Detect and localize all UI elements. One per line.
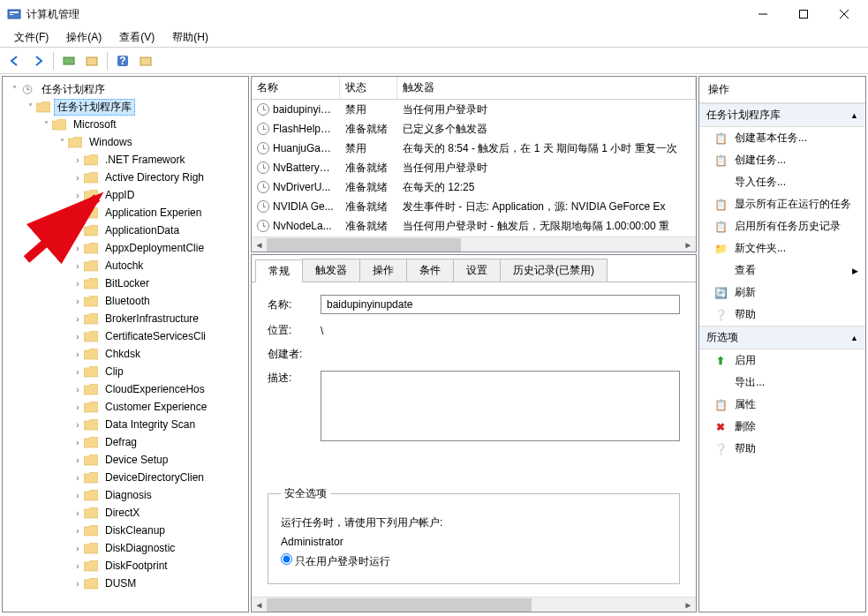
tab-general[interactable]: 常规 <box>255 259 303 282</box>
tab-settings[interactable]: 设置 <box>453 259 501 282</box>
creator-label: 创建者: <box>268 347 312 362</box>
task-row[interactable]: NvDriverU...准备就绪在每天的 12:25 <box>252 177 696 197</box>
tree-item[interactable]: ›Autochk <box>4 257 246 274</box>
task-row[interactable]: FlashHelpe...准备就绪已定义多个触发器 <box>252 119 696 139</box>
column-trigger[interactable]: 触发器 <box>397 77 696 99</box>
close-button[interactable] <box>824 1 864 27</box>
horizontal-scrollbar[interactable]: ◄ ► <box>252 237 696 252</box>
tree-item[interactable]: ›DiskCleanup <box>4 522 246 539</box>
tree-item[interactable]: ›CertificateServicesCli <box>4 327 246 345</box>
action-item[interactable]: 📋创建任务... <box>699 149 865 171</box>
action-icon: 📋 <box>713 398 728 412</box>
task-row[interactable]: NVIDIA Ge...准备就绪发生事件时 - 日志: Application，… <box>252 197 696 216</box>
tree-item[interactable]: ›Data Integrity Scan <box>4 416 246 433</box>
tree-item[interactable]: ›CloudExperienceHos <box>4 380 246 398</box>
action-item[interactable]: ✖删除 <box>699 416 865 438</box>
action-item[interactable]: ❔帮助 <box>699 304 865 326</box>
column-name[interactable]: 名称 <box>252 77 340 99</box>
action-item[interactable]: ⬆启用 <box>699 349 865 372</box>
task-row[interactable]: NvBatteryB...准备就绪当任何用户登录时 <box>252 158 696 177</box>
desc-textarea[interactable] <box>321 371 680 441</box>
tree-item[interactable]: ›Defrag <box>4 433 246 451</box>
toolbar-btn-1[interactable] <box>59 51 79 71</box>
column-status[interactable]: 状态 <box>340 77 397 99</box>
action-item[interactable]: 📁新文件夹... <box>699 237 865 259</box>
name-input[interactable] <box>321 295 680 314</box>
menu-view[interactable]: 查看(V) <box>110 28 163 47</box>
tree-item[interactable]: ›DiskFootprint <box>4 557 246 575</box>
run-as-label: 运行任务时，请使用下列用户帐户: <box>281 515 667 530</box>
menu-help[interactable]: 帮助(H) <box>163 28 217 47</box>
tree-item[interactable]: ›DiskDiagnostic <box>4 539 246 557</box>
minimize-button[interactable] <box>743 1 783 27</box>
action-item[interactable]: 导出... <box>699 372 865 394</box>
task-row[interactable]: NvNodeLa...准备就绪当任何用户登录时 - 触发后，无限期地每隔 1.0… <box>252 216 696 236</box>
tree-item[interactable]: ›ApplicationData <box>4 222 246 239</box>
toolbar-btn-4[interactable] <box>136 51 155 71</box>
tree-root[interactable]: ˅任务计划程序 <box>4 80 246 98</box>
tree-item[interactable]: ›BrokerInfrastructure <box>4 310 246 327</box>
action-icon <box>713 264 728 278</box>
app-icon <box>7 7 21 21</box>
tab-history[interactable]: 历史记录(已禁用) <box>500 259 608 282</box>
tree-item[interactable]: ›DeviceDirectoryClien <box>4 469 246 486</box>
task-list[interactable]: 名称 状态 触发器 baidupinyin...禁用当任何用户登录时FlashH… <box>251 76 697 252</box>
tree-item[interactable]: ›DUSM <box>4 575 246 592</box>
actions-panel: 操作 任务计划程序库▲ 📋创建基本任务...📋创建任务...导入任务...📋显示… <box>698 76 866 612</box>
location-label: 位置: <box>268 323 312 338</box>
action-item[interactable]: 导入任务... <box>699 171 865 193</box>
tree-windows[interactable]: ˅Windows <box>4 133 246 151</box>
detail-scrollbar[interactable]: ◄ ► <box>252 597 696 612</box>
tree-item[interactable]: ›Active Directory Righ <box>4 169 246 186</box>
actions-group-selected[interactable]: 所选项▲ <box>699 326 865 349</box>
toolbar-btn-2[interactable] <box>82 51 102 71</box>
forward-button[interactable] <box>28 51 48 71</box>
maximize-button[interactable] <box>783 1 824 27</box>
action-icon: ✖ <box>713 420 728 434</box>
tree-item[interactable]: ›.NET Framework <box>4 151 246 169</box>
svg-rect-2 <box>10 14 13 15</box>
action-item[interactable]: 查看▶ <box>699 259 865 282</box>
action-item[interactable]: ❔帮助 <box>699 438 865 460</box>
tree-item[interactable]: ›BitLocker <box>4 274 246 292</box>
action-item[interactable]: 📋显示所有正在运行的任务 <box>699 193 865 215</box>
only-logged-on-radio[interactable]: 只在用户登录时运行 <box>281 555 390 567</box>
menu-action[interactable]: 操作(A) <box>57 28 110 47</box>
tree-library[interactable]: ˅任务计划程序库 <box>4 98 246 116</box>
name-label: 名称: <box>268 297 312 312</box>
action-icon: 📋 <box>713 220 728 234</box>
tree-item[interactable]: ›AppxDeploymentClie <box>4 239 246 257</box>
action-item[interactable]: 📋属性 <box>699 394 865 416</box>
action-icon <box>713 376 728 390</box>
tab-triggers[interactable]: 触发器 <box>302 259 360 282</box>
tree-panel[interactable]: ˅任务计划程序˅任务计划程序库˅Microsoft˅Windows›.NET F… <box>2 76 249 612</box>
clock-icon <box>257 103 269 116</box>
tab-actions[interactable]: 操作 <box>359 259 407 282</box>
task-row[interactable]: HuanjuGam...禁用在每天的 8:54 - 触发后，在 1 天 期间每隔… <box>252 139 696 158</box>
tree-item[interactable]: ›Application Experien <box>4 204 246 222</box>
action-item[interactable]: 📋启用所有任务历史记录 <box>699 215 865 237</box>
svg-rect-1 <box>10 11 19 13</box>
tree-microsoft[interactable]: ˅Microsoft <box>4 116 246 133</box>
tree-item[interactable]: ›DirectX <box>4 504 246 522</box>
tab-conditions[interactable]: 条件 <box>406 259 454 282</box>
action-icon: 📁 <box>713 242 728 256</box>
tree-item[interactable]: ›Device Setup <box>4 451 246 469</box>
tree-item[interactable]: ›Customer Experience <box>4 398 246 416</box>
back-button[interactable] <box>5 51 25 71</box>
action-icon: 📋 <box>713 131 728 146</box>
actions-group-library[interactable]: 任务计划程序库▲ <box>699 103 865 127</box>
action-item[interactable]: 📋创建基本任务... <box>699 127 865 149</box>
task-row[interactable]: baidupinyin...禁用当任何用户登录时 <box>252 100 696 119</box>
tree-item[interactable]: ›Clip <box>4 363 246 380</box>
tree-item[interactable]: ›Bluetooth <box>4 292 246 310</box>
run-as-user: Administrator <box>281 536 667 548</box>
tree-item[interactable]: ›Diagnosis <box>4 486 246 504</box>
tree-item[interactable]: ›Chkdsk <box>4 345 246 363</box>
action-item[interactable]: 🔄刷新 <box>699 282 865 304</box>
help-button[interactable]: ? <box>113 51 132 71</box>
clock-icon <box>257 142 269 154</box>
menu-file[interactable]: 文件(F) <box>5 28 57 47</box>
window-title: 计算机管理 <box>26 7 743 22</box>
tree-item[interactable]: ›AppID <box>4 186 246 204</box>
